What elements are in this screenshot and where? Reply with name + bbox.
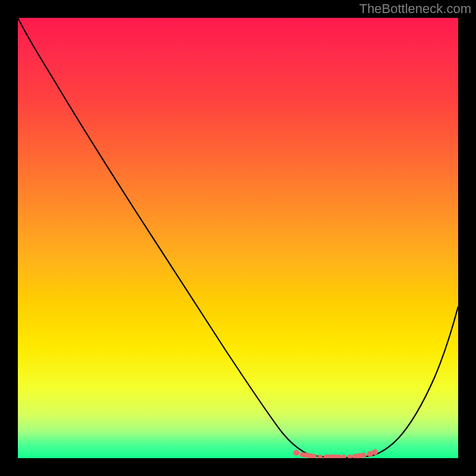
svg-line-6 [355, 455, 364, 456]
svg-point-8 [372, 449, 378, 455]
plot-area [18, 18, 458, 458]
watermark-text: TheBottleneck.com [359, 1, 471, 17]
svg-point-5 [347, 455, 352, 458]
svg-line-1 [302, 455, 314, 456]
main-curve [18, 18, 458, 458]
curve-svg [18, 18, 458, 458]
svg-point-4 [342, 455, 346, 458]
highlight-band [293, 449, 378, 458]
svg-point-0 [293, 450, 299, 456]
chart-container: TheBottleneck.com [0, 0, 476, 476]
svg-point-2 [318, 455, 322, 458]
